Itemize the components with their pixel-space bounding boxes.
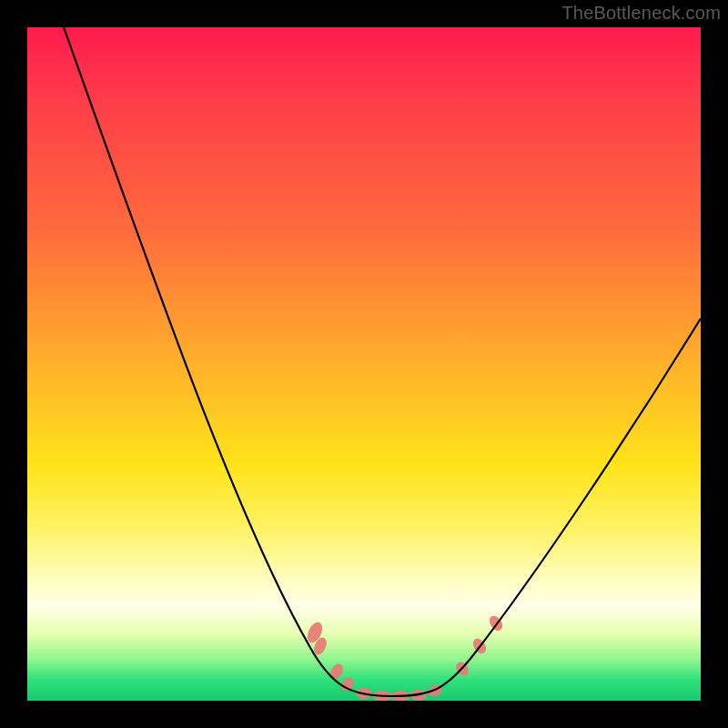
plot-area [27,27,701,701]
bottleneck-curve [64,27,701,696]
marker-layer [305,613,505,701]
chart-frame: TheBottleneck.com [0,0,728,728]
watermark-text: TheBottleneck.com [561,3,721,24]
chart-svg [27,27,701,701]
optimal-marker [328,662,345,682]
